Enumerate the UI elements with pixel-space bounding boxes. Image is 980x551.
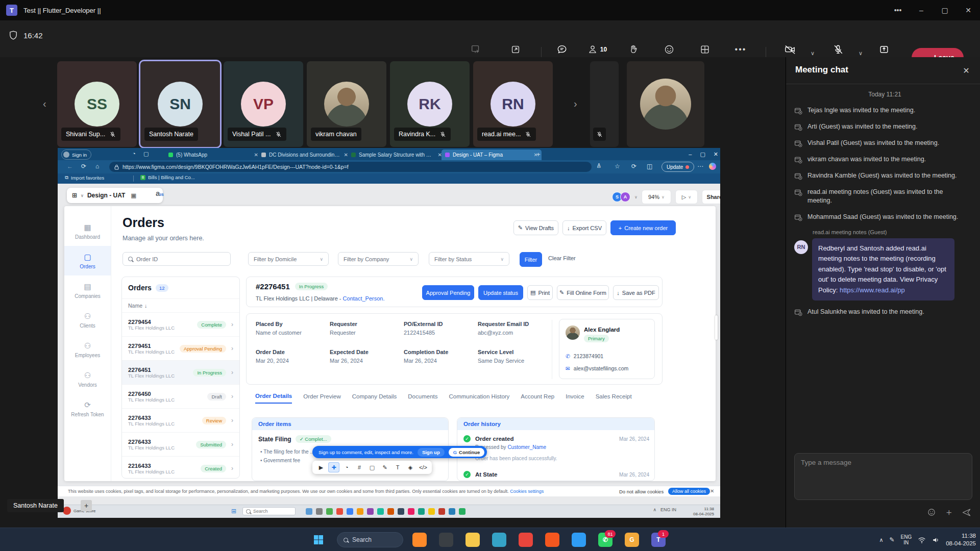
sidebar-item[interactable]: ⟳ Refresh Token [64,394,111,423]
inner-search-box[interactable]: Search [242,507,296,515]
window-close-button[interactable]: ✕ [957,0,980,20]
app-icon[interactable] [387,508,394,515]
taskbar-app-icon[interactable]: G [625,533,639,547]
inner-tray-chevron-icon[interactable]: ∧ [653,507,656,512]
chat-message-input[interactable] [794,453,972,500]
address-bar[interactable]: https://www.figma.com/design/9BKQ0FOHRWa… [109,162,592,172]
app-icon[interactable] [347,508,353,515]
figma-menu-icon[interactable]: ⊞ [72,192,77,199]
fill-online-form-button[interactable]: ✎Fill Online Form [557,285,609,300]
inner-start-icon[interactable]: ⊞ [231,508,236,515]
taskbar-app-icon[interactable] [572,533,586,547]
taskbar-app-icon[interactable] [492,533,506,547]
privacy-policy-link[interactable]: https://www.read.ai/pp [840,286,905,294]
home-icon[interactable]: ⌂ [95,163,99,170]
split-screen-icon[interactable]: ◫ [647,163,652,170]
app-icon[interactable] [306,508,312,515]
send-icon[interactable] [962,508,971,517]
contact-email[interactable]: alex@vstatefilings.com [574,365,629,371]
browser-tab[interactable]: Design - UAT – Figma ✕ [442,149,542,160]
detail-tab[interactable]: Account Rep [521,393,554,403]
figma-zoom-control[interactable]: 94%∨ [642,190,671,204]
browser-workspaces-icon[interactable]: ◔ [132,151,136,157]
participant-tile[interactable]: vikram chavan [307,61,386,147]
window-more-icon[interactable]: ••• [886,0,910,20]
figma-tool-button[interactable]: ✚ [328,462,339,472]
tiles-scroll-right-icon[interactable]: › [574,98,577,110]
filter-domicile-select[interactable]: Filter by Domicile∨ [248,252,329,266]
figma-share-button[interactable]: Share [702,190,720,204]
app-icon[interactable] [326,508,333,515]
participant-tile[interactable]: SN Santosh Narate [140,61,220,147]
browser-more-icon[interactable]: ⋯ [697,163,703,170]
bookmark-bills[interactable]: B Bills | Billing and Co... [140,174,195,180]
export-csv-button[interactable]: ↓Export CSV [562,220,606,235]
taskbar-app-icon[interactable]: T 1 [651,533,666,547]
figma-tool-button[interactable]: T [392,462,403,472]
pen-tray-icon[interactable]: ✎ [889,536,894,543]
clear-filter-button[interactable]: Clear Filter [548,255,576,261]
volume-icon[interactable] [932,537,940,543]
close-chat-icon[interactable]: ✕ [959,63,973,78]
new-tab-button[interactable]: + [536,151,541,158]
app-icon[interactable] [398,508,404,515]
sort-arrow-icon[interactable]: ↓ [144,303,147,309]
participant-tile[interactable]: RK Ravindra K... [390,61,470,147]
wifi-icon[interactable] [918,537,926,543]
order-row[interactable]: 2216433 TL Flex Holdings LLC Created › [122,456,239,479]
order-row[interactable]: 2279451 TL Flex Holdings LLC Approval Pe… [122,336,239,360]
sidebar-item[interactable]: ▢ Orders [64,246,111,276]
browser-update-button[interactable]: Update [662,162,694,172]
app-icon[interactable] [418,508,425,515]
taskbar-search[interactable]: Search [337,532,403,547]
cookie-settings-link[interactable]: Cookies settings [510,489,544,494]
approval-pending-button[interactable]: Approval Pending [422,285,474,300]
filter-button[interactable]: Filter [520,252,542,267]
read-aloud-icon[interactable]: A̲ [597,163,601,168]
favorites-star-icon[interactable]: ☆ [615,163,620,170]
inner-language-indicator[interactable]: ENG IN [660,507,676,512]
deny-cookies-button[interactable]: Do not allow cookies [619,489,664,494]
filter-company-select[interactable]: Filter by Company∨ [338,252,419,266]
page-scrollbar[interactable] [715,315,718,340]
update-status-button[interactable]: Update status [478,285,523,300]
figma-present-button[interactable]: ▷∨ [675,190,698,204]
figma-tool-button[interactable]: # [354,462,365,472]
app-icon[interactable] [377,508,384,515]
taskbar-app-icon[interactable] [519,533,533,547]
detail-tab[interactable]: Sales Receipt [596,393,632,403]
mic-options-chevron-icon[interactable]: ∨ [859,50,863,57]
contact-person-link[interactable]: Contact_Person. [343,295,385,302]
order-row[interactable]: 2276451 TL Flex Holdings LLC In Progress… [122,360,239,384]
browser-maximize-button[interactable]: ▢ [700,151,705,158]
tiles-scroll-left-icon[interactable]: ‹ [43,98,46,110]
google-continue-button[interactable]: G Continue [449,448,485,457]
figma-tool-button[interactable]: ◔ [341,462,352,472]
taskbar-app-icon[interactable] [412,533,427,547]
figma-file-pill[interactable]: ⊞ ∨ Design - UAT ▣ [67,188,163,203]
attach-plus-icon[interactable]: ＋ [944,506,953,518]
taskbar-clock[interactable]: 11:38 08-04-2025 [946,532,976,547]
participant-tile-partial[interactable] [590,61,619,147]
app-icon[interactable] [428,508,435,515]
sync-icon[interactable]: ⟳ [631,163,636,170]
participant-tile-video[interactable] [627,61,704,147]
widget-icon[interactable] [63,507,71,515]
app-icon[interactable] [336,508,343,515]
browser-tab[interactable]: Sample Salary Structure with calc ✕ [348,149,446,160]
print-button[interactable]: ▤Print [527,285,553,300]
order-row[interactable]: 2276433 TL Flex Holdings LLC Review › [122,408,239,432]
figma-tool-button[interactable]: ▶ [315,462,327,472]
cookie-close-icon[interactable]: ✕ [710,488,714,494]
order-id-search[interactable]: Order ID [122,252,231,266]
save-as-pdf-button[interactable]: ↓Save as PDF [613,285,659,300]
presenter-pin-button[interactable]: + [81,500,92,511]
detail-tab[interactable]: Company Details [352,393,397,403]
browser-close-button[interactable]: ✕ [714,151,718,158]
app-icon[interactable] [316,508,323,515]
import-favorites-button[interactable]: ⧉ Import favorites [65,174,104,181]
window-minimize-button[interactable]: – [910,0,933,20]
app-icon[interactable] [449,508,455,515]
figma-tool-button[interactable]: ✎ [379,462,390,472]
inner-clock[interactable]: 11:38 08-04-2025 [693,507,714,517]
